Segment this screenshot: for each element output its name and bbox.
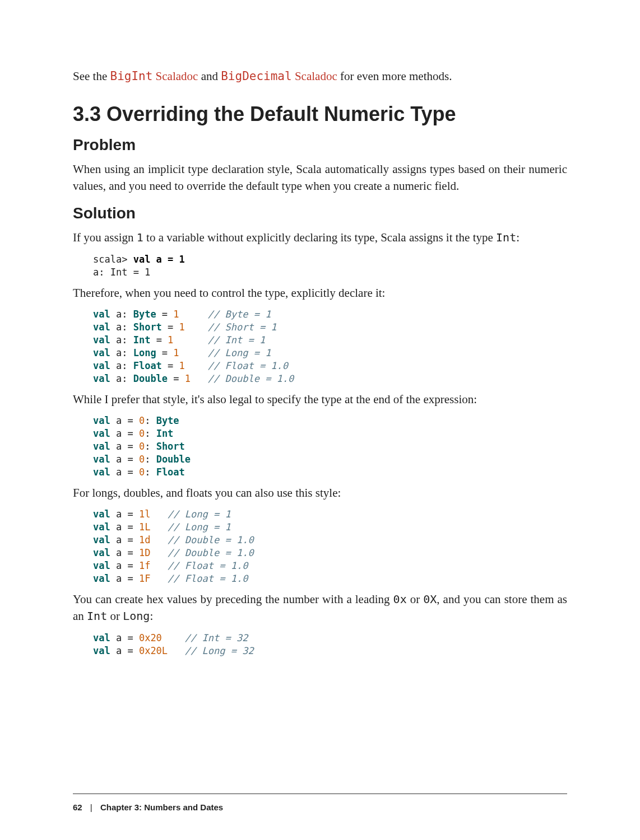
text: or [107, 609, 123, 623]
inline-code: Long [123, 609, 150, 623]
solution-heading: Solution [73, 204, 567, 222]
link-code: BigInt [110, 69, 152, 83]
inline-code: 0X [423, 592, 437, 606]
inline-code: Int [87, 609, 107, 623]
text: : [516, 231, 520, 244]
page-footer: 62 | Chapter 3: Numbers and Dates [73, 802, 223, 812]
solution-paragraph-4: For longs, doubles, and floats you can a… [73, 484, 567, 501]
code-block-suffix-type: val a = 0: Byte val a = 0: Int val a = 0… [93, 414, 567, 479]
intro-paragraph: See the BigInt Scaladoc and BigDecimal S… [73, 68, 567, 86]
inline-code: 1 [137, 231, 143, 244]
footer-separator: | [90, 802, 92, 812]
problem-heading: Problem [73, 136, 567, 154]
text: : [150, 609, 153, 623]
text: or [407, 592, 424, 606]
text: for even more methods. [337, 69, 452, 83]
link-code: BigDecimal [221, 69, 291, 83]
solution-paragraph-5: You can create hex values by preceding t… [73, 591, 567, 625]
text: and [198, 69, 221, 83]
solution-paragraph-3: While I prefer that style, it's also leg… [73, 391, 567, 408]
link-text: Scaladoc [152, 69, 198, 83]
text: If you assign [73, 231, 137, 244]
page-number: 62 [73, 802, 82, 812]
text: to a variable without explicitly declari… [143, 231, 496, 244]
inline-code: 0x [393, 592, 407, 606]
code-block-repl: scala> val a = 1 a: Int = 1 [93, 253, 567, 279]
footer-rule [73, 794, 567, 794]
book-page: See the BigInt Scaladoc and BigDecimal S… [0, 0, 640, 840]
inline-code: Int [496, 231, 516, 244]
text: See the [73, 69, 110, 83]
solution-paragraph-2: Therefore, when you need to control the … [73, 284, 567, 301]
code-block-letter-suffix: val a = 1l // Long = 1 val a = 1L // Lon… [93, 508, 567, 585]
bigint-scaladoc-link[interactable]: BigInt Scaladoc [110, 69, 198, 83]
link-text: Scaladoc [292, 69, 337, 83]
problem-text: When using an implicit type declaration … [73, 161, 567, 195]
chapter-label: Chapter 3: Numbers and Dates [100, 802, 223, 812]
code-block-hex: val a = 0x20 // Int = 32 val a = 0x20L /… [93, 632, 567, 657]
bigdecimal-scaladoc-link[interactable]: BigDecimal Scaladoc [221, 69, 337, 83]
code-block-typedecl: val a: Byte = 1 // Byte = 1 val a: Short… [93, 308, 567, 385]
solution-paragraph-1: If you assign 1 to a variable without ex… [73, 229, 567, 246]
text: You can create hex values by preceding t… [73, 592, 393, 606]
section-title: 3.3 Overriding the Default Numeric Type [73, 102, 567, 126]
